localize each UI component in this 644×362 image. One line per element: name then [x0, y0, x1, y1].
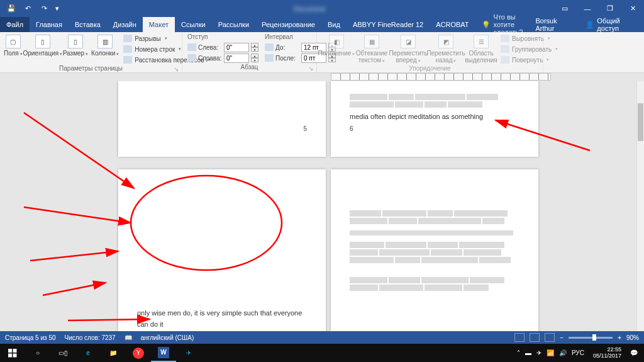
redo-button[interactable]: ↷	[36, 2, 52, 16]
save-button[interactable]: 💾	[4, 2, 19, 16]
page-setup-launcher[interactable]: ↘	[173, 65, 179, 72]
margins-icon: ▢	[6, 35, 21, 48]
indent-left-input[interactable]	[224, 43, 249, 52]
maximize-button[interactable]: ❐	[599, 0, 621, 17]
taskbar-telegram[interactable]: ✈	[176, 344, 201, 362]
svg-line-1	[24, 113, 134, 188]
svg-line-3	[30, 251, 118, 261]
rotate-icon	[501, 56, 509, 64]
tab-mailings[interactable]: Рассылки	[212, 17, 255, 32]
tab-layout[interactable]: Макет	[143, 17, 175, 32]
undo-button[interactable]: ↶	[20, 2, 35, 16]
taskbar-edge[interactable]: e	[75, 344, 101, 362]
spin-up[interactable]: ▲	[251, 43, 258, 47]
tray-chevron-icon[interactable]: ˄	[517, 349, 520, 356]
tray-battery-icon[interactable]: ▬	[525, 349, 531, 356]
cortana-icon[interactable]: ○	[25, 344, 50, 362]
status-words[interactable]: Число слов: 7237	[65, 334, 116, 341]
position-button: ◧ Положение▾	[319, 33, 353, 58]
selection-pane-button[interactable]: ☰ Область выделения	[465, 33, 497, 65]
ruler-vertical[interactable]	[0, 81, 11, 331]
close-button[interactable]: ✕	[621, 0, 644, 17]
tab-file[interactable]: Файл	[0, 17, 30, 32]
view-web-layout[interactable]	[545, 333, 555, 342]
ruler-corner	[0, 73, 11, 81]
svg-line-4	[43, 283, 106, 295]
tray-language[interactable]: РУС	[572, 349, 584, 356]
svg-rect-9	[8, 353, 12, 357]
page-7-text: only wise men do, it is very simple such…	[137, 308, 307, 330]
status-language[interactable]: английский (США)	[141, 334, 194, 341]
tray-volume-icon[interactable]: 🔊	[559, 349, 567, 356]
tab-review[interactable]: Рецензирование	[255, 17, 321, 32]
tray-plane-icon[interactable]: ✈	[536, 349, 541, 356]
taskbar-yandex[interactable]: Y	[126, 344, 151, 362]
page-8[interactable]	[331, 169, 538, 331]
ribbon-options-icon[interactable]: ▭	[553, 0, 576, 17]
document-canvas[interactable]: 5 media often depict meditation as somet…	[11, 81, 644, 331]
annotation-overlay	[11, 81, 644, 331]
tell-me-search[interactable]: 💡 Что вы хотите сделать?	[475, 17, 530, 32]
page-number-5: 5	[303, 125, 307, 132]
tray-notifications-icon[interactable]: 💬	[630, 349, 638, 356]
user-name[interactable]: Borsuk Arthur	[529, 17, 579, 32]
ruler-horizontal[interactable]	[331, 73, 551, 81]
page-6[interactable]: media often depict meditation as somethi…	[331, 81, 538, 157]
page-7[interactable]: only wise men do, it is very simple such…	[118, 169, 326, 331]
breaks-icon	[123, 35, 132, 42]
vertical-scrollbar[interactable]	[636, 81, 644, 331]
scrollbar-thumb[interactable]	[638, 103, 643, 141]
share-button[interactable]: 👤 Общий доступ	[579, 17, 644, 32]
paragraph-group-label: Абзац	[240, 64, 258, 71]
indent-right-icon	[187, 54, 196, 62]
group-icon	[501, 45, 509, 53]
share-icon: 👤	[586, 21, 594, 29]
tray-clock[interactable]: 22:55 05/11/2017	[589, 347, 625, 359]
zoom-in-button[interactable]: +	[618, 334, 621, 341]
orientation-icon: ▯	[35, 35, 50, 48]
zoom-level[interactable]: 90%	[626, 334, 639, 341]
tab-home[interactable]: Главная	[30, 17, 69, 32]
columns-button[interactable]: ▥ Колонки▾	[91, 33, 119, 58]
margins-button[interactable]: ▢ Поля▾	[3, 33, 24, 58]
columns-icon: ▥	[97, 35, 113, 48]
paragraph-launcher[interactable]: ↘	[308, 65, 314, 71]
view-print-layout[interactable]	[530, 333, 540, 342]
view-read-mode[interactable]	[514, 333, 525, 342]
spin-up[interactable]: ▲	[251, 54, 258, 58]
svg-line-2	[24, 207, 131, 223]
page-6-text: media often depict meditation as somethi…	[350, 111, 519, 123]
indent-label: Отступ	[187, 33, 258, 40]
tab-view[interactable]: Вид	[321, 17, 347, 32]
document-title: Document	[65, 5, 553, 13]
minimize-button[interactable]: —	[576, 0, 599, 17]
task-view-icon[interactable]: ▭▯	[50, 344, 75, 362]
tray-wifi-icon[interactable]: 📶	[547, 349, 554, 356]
tab-abbyy[interactable]: ABBYY FineReader 12	[347, 17, 430, 32]
tab-design[interactable]: Дизайн	[107, 17, 143, 32]
arrange-group-label: Упорядочение	[319, 65, 540, 72]
send-backward-button: ◩ Переместить назад▾	[428, 33, 464, 65]
tab-references[interactable]: Ссылки	[175, 17, 212, 32]
spin-down[interactable]: ▼	[251, 58, 258, 62]
spacing-before-icon	[265, 43, 274, 51]
zoom-out-button[interactable]: −	[560, 334, 564, 341]
hyphenation-icon	[123, 56, 132, 64]
start-button[interactable]	[0, 344, 25, 362]
taskbar-explorer[interactable]: 📁	[101, 344, 126, 362]
spin-down[interactable]: ▼	[251, 47, 258, 52]
size-button[interactable]: ▯ Размер▾	[62, 33, 89, 58]
taskbar-word[interactable]: W	[151, 344, 176, 362]
orientation-button[interactable]: ▯ Ориентация▾	[25, 33, 60, 58]
indent-right-input[interactable]	[224, 54, 249, 63]
page-5[interactable]: 5	[118, 81, 326, 157]
status-page[interactable]: Страница 5 из 50	[5, 334, 56, 341]
tab-insert[interactable]: Вставка	[69, 17, 107, 32]
group-button: Группировать▾	[498, 44, 560, 54]
qat-more-button[interactable]: ▾	[53, 2, 62, 16]
lightbulb-icon: 💡	[482, 21, 491, 29]
zoom-slider[interactable]	[569, 337, 613, 339]
tab-acrobat[interactable]: ACROBAT	[430, 17, 475, 32]
spacing-after-icon	[265, 54, 274, 62]
status-spellcheck-icon[interactable]: 📖	[125, 334, 132, 341]
